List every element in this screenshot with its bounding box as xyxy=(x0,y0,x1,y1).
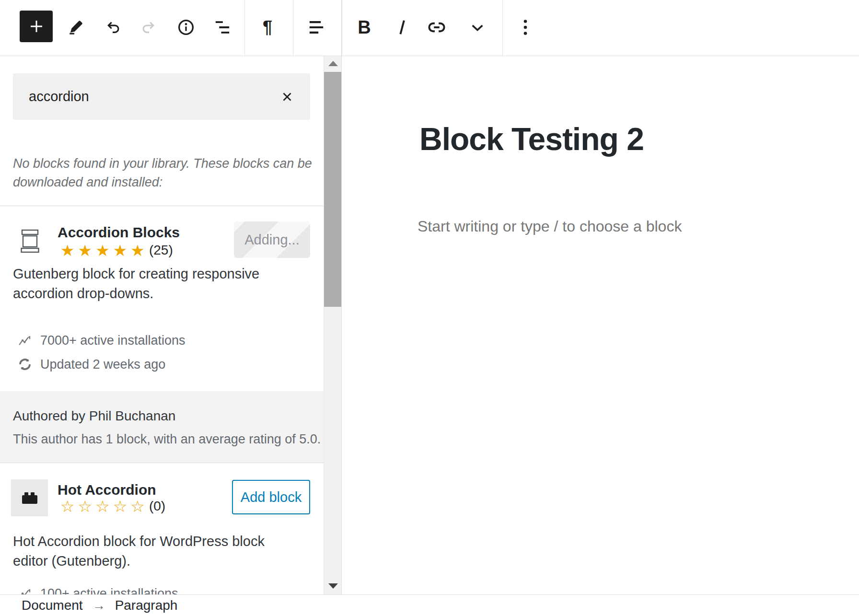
close-icon xyxy=(280,90,294,104)
breadcrumb-paragraph[interactable]: Paragraph xyxy=(115,598,178,613)
scrollbar-thumb[interactable] xyxy=(324,72,342,307)
installs-row: 7000+ active installations xyxy=(17,332,185,349)
content-structure-button[interactable] xyxy=(171,12,201,43)
block-result-title: Accordion Blocks xyxy=(58,225,180,240)
editor-canvas[interactable]: Block Testing 2 Start writing or type / … xyxy=(342,56,859,594)
undo-button[interactable] xyxy=(97,12,128,43)
block-result-title: Hot Accordion xyxy=(58,483,156,497)
block-navigation-button[interactable] xyxy=(207,12,238,43)
block-inserter-panel: No blocks found in your library. These b… xyxy=(0,56,341,594)
hot-accordion-icon-tile xyxy=(11,479,48,516)
bold-icon: B xyxy=(358,18,371,36)
installs-row-clipped: 100+ active installations xyxy=(17,585,178,594)
italic-button[interactable] xyxy=(386,12,417,43)
add-block-action-button[interactable]: Add block xyxy=(232,480,310,514)
toolbar-divider xyxy=(502,0,503,56)
panel-scrollbar[interactable] xyxy=(324,56,341,594)
author-heading: Authored by Phil Buchanan xyxy=(13,408,175,424)
edit-mode-button[interactable] xyxy=(60,12,91,43)
rating-count: (0) xyxy=(149,499,165,514)
pencil-icon xyxy=(67,19,84,36)
updated-text: Updated 2 weeks ago xyxy=(40,357,165,372)
divider xyxy=(0,206,324,206)
redo-button[interactable] xyxy=(134,12,164,43)
plus-icon xyxy=(28,18,45,35)
align-left-icon xyxy=(307,18,326,37)
author-detail: This author has 1 block, with an average… xyxy=(13,432,321,447)
block-result-description: Gutenberg block for creating responsive … xyxy=(13,264,281,303)
add-block-button[interactable] xyxy=(20,11,53,42)
info-icon xyxy=(176,18,196,37)
clear-search-button[interactable] xyxy=(278,87,297,106)
refresh-icon xyxy=(17,357,33,372)
chart-icon xyxy=(17,586,33,594)
pilcrow-icon: ¶ xyxy=(263,19,272,36)
rating: ★★★★★ (25) xyxy=(60,241,173,259)
breadcrumb-arrow-icon: → xyxy=(93,598,105,613)
accordion-block-icon xyxy=(21,229,40,253)
scroll-up-arrow-icon[interactable] xyxy=(328,61,338,66)
star-icons-filled: ★★★★★ xyxy=(60,243,148,258)
block-search-input[interactable] xyxy=(13,73,310,120)
more-rich-text-button[interactable] xyxy=(462,12,493,43)
star-icons-empty: ☆☆☆☆☆ xyxy=(60,499,148,514)
kebab-menu-icon xyxy=(517,18,534,37)
paragraph-placeholder[interactable]: Start writing or type / to choose a bloc… xyxy=(418,218,682,235)
editor-toolbar: ¶ B xyxy=(0,0,859,56)
align-button[interactable] xyxy=(301,12,332,43)
rating: ☆☆☆☆☆ (0) xyxy=(60,497,165,515)
bold-button[interactable]: B xyxy=(349,12,380,43)
chevron-down-icon xyxy=(468,18,487,36)
post-title[interactable]: Block Testing 2 xyxy=(419,121,644,157)
toolbar-divider xyxy=(342,0,342,56)
author-info-box: Authored by Phil Buchanan This author ha… xyxy=(0,391,324,463)
installs-text: 7000+ active installations xyxy=(40,333,185,348)
scroll-down-arrow-icon[interactable] xyxy=(328,583,338,589)
link-button[interactable] xyxy=(421,12,452,43)
redo-icon xyxy=(140,18,158,36)
toolbar-divider xyxy=(244,0,245,56)
block-result-description: Hot Accordion block for WordPress block … xyxy=(13,532,291,571)
adding-button[interactable]: Adding... xyxy=(234,221,310,258)
toolbar-divider xyxy=(293,0,293,56)
chart-icon xyxy=(17,333,33,348)
paragraph-block-button[interactable]: ¶ xyxy=(252,12,283,43)
undo-icon xyxy=(104,18,122,36)
block-options-button[interactable] xyxy=(510,12,541,43)
list-view-icon xyxy=(213,18,232,37)
block-brick-icon xyxy=(21,491,38,505)
link-icon xyxy=(426,18,448,37)
rating-count: (25) xyxy=(149,243,173,258)
block-search-box xyxy=(13,73,310,120)
breadcrumb-bar: Document → Paragraph xyxy=(0,594,859,616)
panel-border xyxy=(341,0,342,594)
italic-icon xyxy=(393,18,410,37)
no-results-note: No blocks found in your library. These b… xyxy=(13,154,315,192)
installs-text: 100+ active installations xyxy=(40,586,178,595)
updated-row: Updated 2 weeks ago xyxy=(17,356,165,372)
breadcrumb-document[interactable]: Document xyxy=(22,598,83,613)
